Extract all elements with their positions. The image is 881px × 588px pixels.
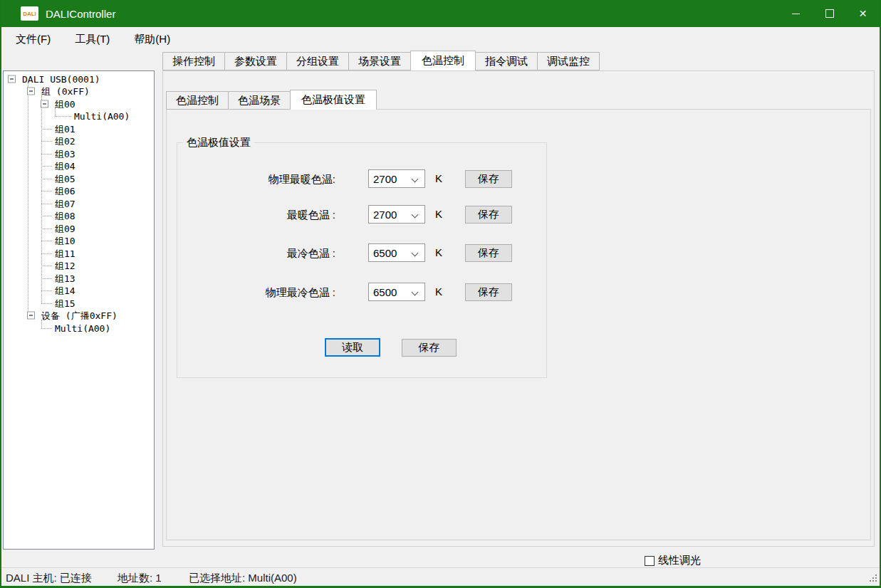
tree-connector <box>41 141 52 142</box>
tree-item[interactable]: 组05 <box>4 172 154 185</box>
ct-unit-label: K <box>435 208 442 220</box>
main-tab-1[interactable]: 参数设置 <box>224 52 287 70</box>
save-all-button[interactable]: 保存 <box>402 339 457 357</box>
ct-extremes-groupbox: 色温极值设置 物理最暖色温:2700K保存最暖色温 :2700K保存最冷色温 :… <box>177 142 547 378</box>
tree-item-label: 组04 <box>55 162 75 171</box>
tree-item-label: 组11 <box>55 248 75 258</box>
ct-value-select[interactable]: 6500 <box>368 283 425 301</box>
tree-item-label: 组14 <box>55 286 75 295</box>
tree-item[interactable]: 组15 <box>4 297 154 310</box>
menu-item-0[interactable]: 文件(F) <box>6 28 61 51</box>
menu-item-1[interactable]: 工具(T) <box>65 28 120 51</box>
resize-grip[interactable] <box>869 574 877 582</box>
tree-connector <box>41 204 52 204</box>
tree-item-label: 组00 <box>55 99 75 108</box>
window-title: DALIController <box>46 8 115 20</box>
status-selected-address: 已选择地址: Multi(A00) <box>189 572 297 585</box>
tree-item[interactable]: 组01 <box>4 122 154 135</box>
tree-item-label: 组 (0xFF) <box>41 87 90 96</box>
maximize-icon <box>825 9 834 18</box>
tree-item-label: 组12 <box>55 261 75 271</box>
tree-item-label: 组02 <box>55 137 75 146</box>
main-tab-5[interactable]: 指令调试 <box>475 52 538 70</box>
status-host-connection: DALI 主机: 已连接 <box>6 572 92 585</box>
tree-item[interactable]: 组04 <box>4 160 154 173</box>
chevron-down-icon <box>412 211 418 217</box>
main-tab-6[interactable]: 调试监控 <box>537 52 600 70</box>
close-button[interactable]: ✕ <box>846 0 880 27</box>
tree-connector <box>41 290 52 291</box>
tree-item-label: 组03 <box>55 149 75 158</box>
chevron-down-icon <box>412 176 418 182</box>
ct-row-label: 最暖色温 : <box>184 209 335 222</box>
maximize-button[interactable] <box>813 0 846 27</box>
tree-item[interactable]: 组06 <box>4 185 154 198</box>
ct-value-select[interactable]: 6500 <box>368 243 425 262</box>
tree-expand-box[interactable] <box>41 100 48 107</box>
ct-row-save-button[interactable]: 保存 <box>465 170 512 188</box>
tree-item[interactable]: 组14 <box>4 285 154 298</box>
tree-item[interactable]: 组03 <box>4 147 154 160</box>
window-border-left <box>0 0 1 588</box>
tree-connector <box>41 266 52 266</box>
tree-item[interactable]: Multi(A00) <box>4 110 154 123</box>
ct-row-2: 最冷色温 :6500K保存 <box>177 243 546 263</box>
main-tab-3[interactable]: 场景设置 <box>348 52 411 70</box>
tree-connector <box>41 229 52 229</box>
statusbar: DALI 主机: 已连接 地址数: 1 已选择地址: Multi(A00) <box>0 567 881 587</box>
tree-item[interactable]: 组07 <box>4 197 154 210</box>
tree-expand-box[interactable] <box>8 75 16 83</box>
tree-item-label: 组07 <box>55 199 75 208</box>
tree-item-label: 组15 <box>55 298 75 308</box>
read-button[interactable]: 读取 <box>325 338 380 357</box>
ct-value-select[interactable]: 2700 <box>368 205 425 224</box>
tree-item[interactable]: 设备 (广播0xFF) <box>4 310 154 322</box>
ct-row-save-button[interactable]: 保存 <box>465 283 512 301</box>
tree-connector <box>41 278 52 279</box>
ct-value-text: 6500 <box>373 247 412 259</box>
ct-row-3: 物理最冷色温 :6500K保存 <box>177 283 546 303</box>
tree-item-label: Multi(A00) <box>74 112 130 121</box>
ct-unit-label: K <box>435 285 442 298</box>
tree-expand-box[interactable] <box>27 88 35 95</box>
ct-unit-label: K <box>435 172 442 184</box>
minimize-button[interactable] <box>779 0 813 27</box>
tree-connector <box>41 129 52 130</box>
tree-item[interactable]: DALI USB(0001) <box>4 73 154 85</box>
main-tab-0[interactable]: 操作控制 <box>162 52 225 70</box>
tree-item[interactable]: 组13 <box>4 272 154 285</box>
main-tab-4[interactable]: 色温控制 <box>410 51 476 70</box>
tree-connector <box>41 179 52 179</box>
device-tree-panel: DALI USB(0001)组 (0xFF)组00Multi(A00)组01组0… <box>3 70 155 550</box>
tree-item[interactable]: 组 (0xFF) <box>4 85 154 98</box>
tree-item[interactable]: 组09 <box>4 222 154 235</box>
tree-connector <box>41 241 52 241</box>
ct-row-0: 物理最暖色温:2700K保存 <box>177 169 546 189</box>
tree-item-label: 组09 <box>55 224 75 233</box>
linear-dimming-label: 线性调光 <box>658 554 701 567</box>
tree-item-label: Multi(A00) <box>55 323 110 332</box>
sub-tab-0[interactable]: 色温控制 <box>166 91 229 110</box>
tree-item[interactable]: Multi(A00) <box>4 322 154 335</box>
tree-expand-box[interactable] <box>27 312 35 320</box>
ct-row-save-button[interactable]: 保存 <box>465 244 512 262</box>
tree-item-label: 组13 <box>55 273 75 283</box>
ct-row-label: 物理最冷色温 : <box>184 286 335 300</box>
ct-value-select[interactable]: 2700 <box>368 169 425 188</box>
linear-dimming-checkbox[interactable] <box>645 556 655 566</box>
main-tab-2[interactable]: 分组设置 <box>286 52 349 70</box>
tree-item[interactable]: 组02 <box>4 135 154 148</box>
tree-connector <box>41 191 52 191</box>
tree-item[interactable]: 组11 <box>4 247 154 260</box>
ct-row-save-button[interactable]: 保存 <box>465 206 512 224</box>
sub-tab-1[interactable]: 色温场景 <box>228 91 291 110</box>
tree-item[interactable]: 组00 <box>4 98 154 110</box>
tree-item[interactable]: 组08 <box>4 210 154 223</box>
ct-value-text: 2700 <box>373 209 412 221</box>
sub-tab-2[interactable]: 色温极值设置 <box>290 90 377 110</box>
minimize-icon <box>792 14 800 14</box>
tree-item[interactable]: 组12 <box>4 260 154 273</box>
tree-item[interactable]: 组10 <box>4 235 154 248</box>
menu-item-2[interactable]: 帮助(H) <box>124 28 180 51</box>
window-controls: ✕ <box>779 0 880 27</box>
